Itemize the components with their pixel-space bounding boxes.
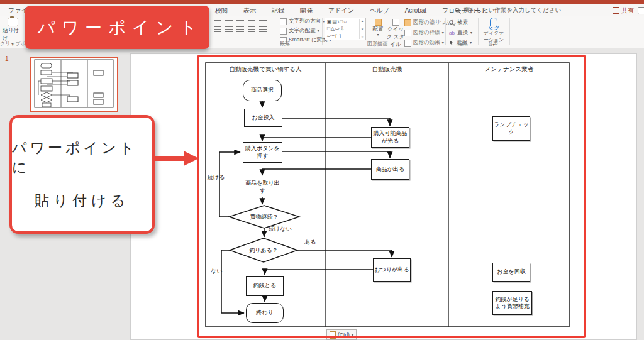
edge-label-yes: ある <box>304 238 316 246</box>
paste-options-label: (Ctrl) <box>338 332 350 338</box>
node-change-out[interactable]: おつりが出る <box>373 258 411 282</box>
slide-canvas[interactable]: 自動販売機で買い物する人 自動販売機 メンテナンス業者 商品選択 お金投入 購入… <box>130 53 637 340</box>
arrange-button[interactable]: 配置 ▾ <box>370 19 386 36</box>
tab-record[interactable]: 記録 <box>269 4 287 16</box>
slide-number: 1 <box>5 55 9 62</box>
edge-label-stop: 続けない <box>269 225 292 233</box>
align-text-button[interactable]: 文字の配置▾ <box>280 27 331 35</box>
edge-label-continue: 続ける <box>208 173 225 182</box>
clipboard-icon <box>330 331 336 339</box>
bullets-icon[interactable] <box>214 18 221 23</box>
tab-review[interactable]: 校閲 <box>212 4 231 16</box>
tab-acrobat[interactable]: Acrobat <box>402 4 430 16</box>
group-editing-label: 編集 <box>448 40 478 47</box>
ribbon-tabs-right: 校閲 表示 記録 開発 アドイン ヘルプ Acrobat フローチャート <box>212 4 490 16</box>
node-insert-money[interactable]: お金投入 <box>244 109 282 127</box>
line-spacing-icon[interactable] <box>259 18 267 23</box>
shape-outline-icon <box>404 30 411 36</box>
lane-header-customer: 自動販売機で買い物する人 <box>211 65 319 74</box>
node-lamp-check[interactable]: ランプチェック <box>492 116 530 141</box>
tab-addins[interactable]: アドイン <box>325 4 357 16</box>
shape-row-2: □△⇨⇩ <box>327 26 359 32</box>
indent-decrease-icon[interactable] <box>236 18 244 23</box>
indent-increase-icon[interactable] <box>248 18 255 23</box>
annotation-arrow-icon <box>155 148 200 168</box>
annotation-callout-line2: 貼り付ける <box>35 191 130 211</box>
node-refill[interactable]: 釣銭が足りるよう貨幣補充 <box>492 291 532 315</box>
shape-row-1: ▣▤\□○ <box>327 19 359 25</box>
paragraph-group: 文字列の方向▾ 文字の配置▾ SmartArt に変換▾ <box>214 18 267 35</box>
align-left-icon[interactable] <box>214 26 221 32</box>
shape-fill-icon <box>404 19 411 26</box>
annotation-callout: パワーポイントに 貼り付ける <box>9 115 155 234</box>
arrange-icon <box>375 19 382 26</box>
annotation-banner: パワーポイント <box>25 6 209 49</box>
text-direction-icon <box>280 18 287 25</box>
shape-gallery[interactable]: ▣▤\□○ □△⇨⇩ ▱~{ } ▴▾▿ <box>325 18 366 40</box>
share-button[interactable]: 共有 <box>613 4 634 16</box>
node-collect-money[interactable]: お金を回収 <box>492 263 530 282</box>
search-icon <box>449 20 455 26</box>
columns-icon[interactable] <box>259 26 267 32</box>
comments-icon[interactable] <box>638 7 644 14</box>
annotation-banner-text: パワーポイント <box>31 16 203 39</box>
thumbnail-flowchart-preview <box>31 58 117 111</box>
node-product-out[interactable]: 商品が出る <box>371 159 409 180</box>
lane-header-maintenance: メンテナンス業者 <box>448 65 570 74</box>
node-light-up[interactable]: 購入可能商品が光る <box>371 127 409 148</box>
align-center-icon[interactable] <box>225 26 233 32</box>
node-end[interactable]: 終わり <box>246 303 284 323</box>
edge-label-no: ない <box>211 267 222 275</box>
title-bar <box>0 0 644 4</box>
node-take-product[interactable]: 商品を取り出す <box>243 177 282 197</box>
node-take-change[interactable]: 釣銭とる <box>246 276 284 296</box>
shape-row-3: ▱~{ } <box>327 33 359 39</box>
slide-thumbnail[interactable] <box>30 57 118 112</box>
node-press-button[interactable]: 購入ボタンを押す <box>243 142 282 163</box>
tab-developer[interactable]: 開発 <box>297 4 316 16</box>
shape-effects-icon <box>404 40 411 47</box>
tab-view[interactable]: 表示 <box>240 4 259 16</box>
justify-icon[interactable] <box>248 26 255 32</box>
align-right-icon[interactable] <box>236 26 244 32</box>
lane-header-machine: 自動販売機 <box>326 65 448 74</box>
slide-editing-area: 自動販売機で買い物する人 自動販売機 メンテナンス業者 商品選択 お金投入 購入… <box>126 48 644 340</box>
align-text-icon <box>280 28 287 35</box>
node-change-question[interactable]: 釣りある？ <box>247 242 280 258</box>
clipboard-icon <box>8 18 18 26</box>
node-continue-question[interactable]: 買物継続？ <box>245 208 283 226</box>
swimlane-flowchart: 自動販売機で買い物する人 自動販売機 メンテナンス業者 商品選択 お金投入 購入… <box>205 62 570 327</box>
group-drawing-label: 図形描画 <box>352 40 402 47</box>
share-icon <box>613 7 619 14</box>
search-icon <box>455 8 461 14</box>
gallery-scrollbar[interactable]: ▴▾▿ <box>359 19 365 39</box>
numbering-icon[interactable] <box>225 18 233 23</box>
quick-styles-icon <box>392 19 399 26</box>
chevron-down-icon: ▾ <box>352 334 353 336</box>
tell-me-search[interactable]: 実行したい作業を入力してください <box>455 4 561 16</box>
paste-options-button[interactable]: (Ctrl) ▾ <box>326 329 357 340</box>
group-voice-label: 音声 <box>478 40 508 47</box>
text-direction-button[interactable]: 文字列の方向▾ <box>280 18 331 25</box>
tab-help[interactable]: ヘルプ <box>367 4 392 16</box>
powerpoint-window: ファイル ホーム 挿入 デザイン 画面切り替え アニメーション スライド ショー… <box>0 0 644 340</box>
group-paragraph-label: 段落 <box>257 40 313 47</box>
annotation-callout-line1: パワーポイントに <box>12 138 152 177</box>
chevron-down-icon: ▾ <box>377 33 379 36</box>
replace-icon: ab <box>449 30 455 36</box>
find-button[interactable]: 検索 <box>449 19 472 26</box>
microphone-icon <box>490 18 497 28</box>
replace-button[interactable]: ab置換▾ <box>449 29 472 36</box>
search-placeholder: 実行したい作業を入力してください <box>464 6 561 14</box>
share-label: 共有 <box>621 6 634 15</box>
node-start[interactable]: 商品選択 <box>243 80 282 101</box>
